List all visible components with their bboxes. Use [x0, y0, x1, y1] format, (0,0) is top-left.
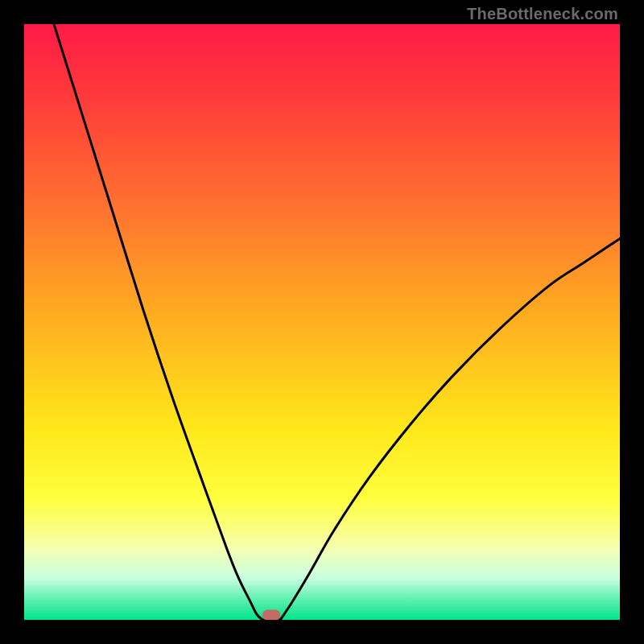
bottleneck-chart — [24, 24, 620, 620]
plot-area — [24, 24, 620, 620]
watermark-text: TheBottleneck.com — [467, 5, 618, 23]
chart-frame: TheBottleneck.com — [0, 0, 644, 644]
gradient-background — [24, 24, 620, 620]
optimum-marker — [262, 610, 280, 620]
